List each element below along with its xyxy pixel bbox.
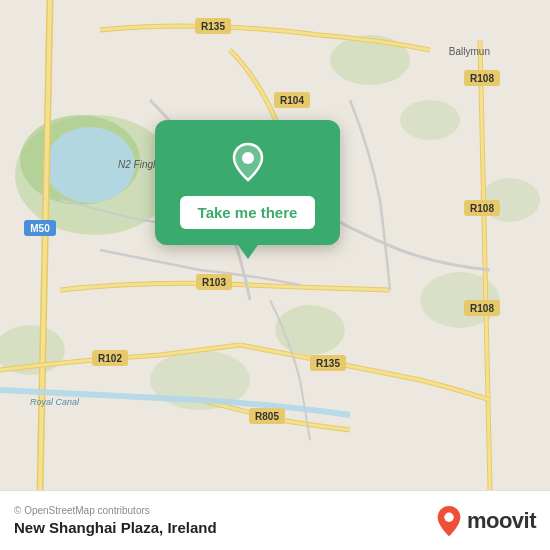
svg-text:R108: R108 (470, 303, 494, 314)
svg-text:R102: R102 (98, 353, 122, 364)
footer-left: © OpenStreetMap contributors New Shangha… (14, 505, 217, 536)
map-container: R135 R104 R108 R108 R108 R103 R102 R135 … (0, 0, 550, 490)
svg-point-5 (400, 100, 460, 140)
take-me-there-button[interactable]: Take me there (180, 196, 316, 229)
copyright-text: © OpenStreetMap contributors (14, 505, 217, 516)
svg-text:Ballymun: Ballymun (449, 46, 490, 57)
svg-point-35 (444, 512, 453, 521)
footer: © OpenStreetMap contributors New Shangha… (0, 490, 550, 550)
svg-text:R135: R135 (201, 21, 225, 32)
location-popup: Take me there (155, 120, 340, 245)
moovit-logo: moovit (435, 504, 536, 538)
svg-text:M50: M50 (30, 223, 50, 234)
svg-text:R108: R108 (470, 73, 494, 84)
location-name: New Shanghai Plaza, Ireland (14, 519, 217, 536)
map-pin-icon (224, 138, 272, 186)
svg-text:R104: R104 (280, 95, 304, 106)
moovit-pin-icon (435, 504, 463, 538)
svg-point-6 (275, 305, 345, 355)
svg-text:R103: R103 (202, 277, 226, 288)
map-background: R135 R104 R108 R108 R108 R103 R102 R135 … (0, 0, 550, 490)
svg-text:R135: R135 (316, 358, 340, 369)
svg-point-34 (242, 152, 254, 164)
svg-text:R805: R805 (255, 411, 279, 422)
moovit-brand-text: moovit (467, 508, 536, 534)
svg-text:R108: R108 (470, 203, 494, 214)
svg-text:Royal Canal: Royal Canal (30, 397, 80, 407)
